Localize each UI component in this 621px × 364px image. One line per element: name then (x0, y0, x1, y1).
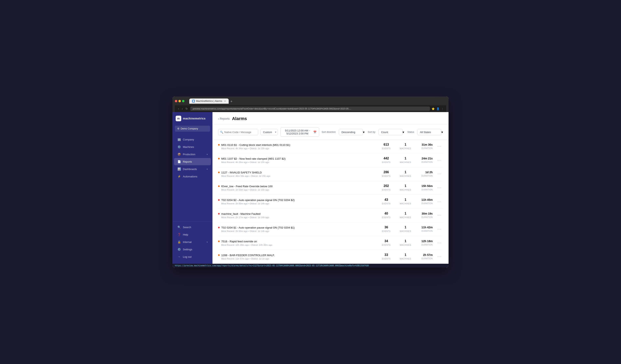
alarm-events-value: 202 (378, 184, 394, 188)
sidebar-item-label: Production (183, 153, 195, 156)
alarm-machines: 1 MACHINES (397, 143, 414, 150)
alarm-meta: Most Recent: 2h 50m ago • Oldest: 1d 14h… (221, 202, 375, 205)
alarm-duration-label: DURATION (422, 244, 432, 246)
alarm-duration-value: 31m 36s (417, 143, 433, 146)
sort-direction-select[interactable]: Descending (339, 129, 363, 135)
reload-button[interactable]: ↻ (185, 107, 189, 111)
search-nav-icon: 🔍 (177, 225, 181, 229)
alarm-machines: 1 MACHINES (397, 198, 414, 205)
alarm-row[interactable]: fOver_low - Feed Rate Override below 100… (218, 181, 443, 195)
close-button[interactable] (175, 100, 177, 102)
tab-close-icon[interactable]: ✕ (224, 100, 226, 102)
alarm-machines-label: MACHINES (400, 203, 411, 205)
alarm-info: 7516 - Rapid feed override on Most Recen… (218, 240, 375, 246)
date-type-select[interactable]: Custom (260, 129, 278, 135)
company-icon: ⚙ (177, 127, 179, 130)
alarm-row[interactable]: 7516 - Rapid feed override on Most Recen… (218, 236, 443, 250)
menu-icon[interactable]: ⋮ (441, 107, 444, 110)
company-name: Demo Company (181, 127, 198, 130)
alarm-row[interactable]: T02 0204 $1 - Auto operation pause signa… (218, 222, 443, 236)
alarm-dot (218, 213, 220, 215)
alarm-title: 7516 - Rapid feed override on (218, 240, 375, 243)
alarm-events: 40 EVENTS (378, 212, 394, 219)
sidebar-item-label: Dashboards (183, 168, 197, 171)
sidebar-item-dashboards[interactable]: 📊 Dashboards ▾ (174, 165, 211, 173)
alarm-more-button[interactable]: ··· (436, 185, 443, 190)
bookmark-icon[interactable]: ⭐ (431, 107, 435, 110)
sidebar-item-logout[interactable]: → Log out (174, 253, 211, 260)
sidebar-item-reports[interactable]: 📄 Reports (174, 158, 211, 165)
alarm-events: 34 EVENTS (378, 239, 394, 247)
url-input[interactable] (190, 107, 430, 111)
sidebar-item-company[interactable]: 🏢 Company (174, 136, 211, 143)
alarm-meta: Most Recent: 2h 50m ago • Oldest: 1d 14h… (221, 230, 375, 232)
alarm-more-button[interactable]: ··· (436, 158, 443, 163)
new-tab-button[interactable]: + (229, 99, 234, 104)
sidebar-item-machines[interactable]: ⚙️ Machines (174, 143, 211, 150)
date-range-button[interactable]: 5/11/2023 12:00 AM - 5/12/2023 2:00 PM 📅 (280, 127, 319, 137)
alarm-machines-label: MACHINES (400, 230, 411, 232)
alarm-row[interactable]: M01 0110 $1 - Cutting block start interl… (218, 140, 443, 153)
minimize-button[interactable] (178, 100, 181, 102)
alarm-more-button[interactable]: ··· (436, 199, 443, 204)
alarm-more-button[interactable]: ··· (436, 227, 443, 232)
alarm-title: fOver_low - Feed Rate Override below 100 (218, 185, 375, 188)
alarm-meta: Most Recent: 1h 53m ago • Oldest: 1d 15h… (221, 189, 375, 191)
alarm-row[interactable]: 1288 - BAR-FEEDER CONTROLLER MALF. Most … (218, 250, 443, 264)
alarm-row[interactable]: T02 0204 $2 - Auto operation pause signa… (218, 195, 443, 208)
alarm-row[interactable]: 1127 - INVALID SAFETY SHIELD Most Recent… (218, 167, 443, 181)
alarm-events-value: 33 (378, 253, 394, 257)
machines-nav-icon: ⚙️ (177, 145, 181, 148)
alarm-machines-value: 1 (397, 184, 414, 188)
sidebar-item-automations[interactable]: ⚡ Automations (174, 173, 211, 180)
alarm-more-button[interactable]: ··· (436, 171, 443, 177)
sidebar-item-production[interactable]: 📦 Production ▾ (174, 151, 211, 158)
alarm-more-button[interactable]: ··· (436, 254, 443, 259)
alarm-row[interactable]: machine_fault - Machine Faulted Most Rec… (218, 208, 443, 222)
alarm-more-button[interactable]: ··· (436, 240, 443, 246)
alarm-duration: 11h 45m DURATION (417, 198, 433, 205)
search-input[interactable] (218, 129, 258, 135)
alarm-machines-value: 1 (397, 157, 414, 160)
sort-by-select[interactable]: Count (379, 129, 402, 135)
sidebar-item-label: Automations (183, 175, 197, 178)
alarm-duration: 30m 19s DURATION (417, 212, 433, 219)
alarm-info: T02 0204 $2 - Auto operation pause signa… (218, 199, 375, 205)
alarm-row[interactable]: M01 1107 $2 - Now feed rate clamped (M01… (218, 153, 443, 167)
alarm-events-value: 613 (378, 143, 394, 146)
breadcrumb[interactable]: ‹ Reports (218, 117, 230, 120)
forward-button[interactable]: › (181, 107, 184, 111)
alarm-title: T02 0204 $1 - Auto operation pause signa… (218, 226, 375, 229)
alarm-machines: 1 MACHINES (397, 212, 414, 219)
sidebar-item-label: Settings (183, 248, 192, 251)
back-button[interactable]: ‹ (177, 107, 180, 111)
alarm-machines-value: 1 (397, 225, 414, 229)
alarm-events-value: 43 (378, 198, 394, 202)
maximize-button[interactable] (182, 100, 185, 102)
active-tab[interactable]: MachineMetrics | Alarms ✕ (189, 98, 229, 104)
main-content: ‹ Reports Alarms 🔍 Custom ▾ (212, 112, 448, 264)
alarm-info: 1127 - INVALID SAFETY SHIELD Most Recent… (218, 171, 375, 177)
alarm-events-label: EVENTS (382, 203, 391, 205)
alarm-more-button[interactable]: ··· (436, 213, 443, 218)
sidebar-item-label: Internal (183, 240, 191, 244)
alarm-dot (218, 227, 220, 228)
status-select[interactable]: All States (417, 129, 441, 135)
app-layout: m machinemetrics ⚙ Demo Company 🏢 Compan… (172, 112, 448, 264)
sidebar-item-settings[interactable]: ⚙️ Settings (174, 246, 211, 253)
alarm-machines-value: 1 (397, 239, 414, 243)
sidebar-item-search[interactable]: 🔍 Search (174, 223, 211, 231)
alarm-more-button[interactable]: ··· (436, 144, 443, 149)
company-button[interactable]: ⚙ Demo Company (175, 126, 210, 132)
status-chevron-icon: ▾ (441, 130, 443, 134)
profile-icon[interactable]: 👤 (436, 107, 440, 110)
alarm-events: 442 EVENTS (378, 157, 394, 164)
production-nav-icon: 📦 (177, 153, 181, 156)
sidebar-item-internal[interactable]: 🔒 Internal ▾ (174, 238, 211, 246)
sidebar-item-help[interactable]: ❓ Help (174, 231, 211, 238)
alarm-events-label: EVENTS (382, 161, 391, 163)
sort-direction-select-wrap: Descending ▾ (339, 129, 364, 135)
address-bar: ‹ › ↻ ⭐ 👤 ⋮ (175, 105, 446, 112)
sidebar-bottom: 🔍 Search ❓ Help 🔒 Internal ▾ ⚙️ Settings (172, 222, 212, 264)
alarm-machines-label: MACHINES (400, 175, 411, 177)
